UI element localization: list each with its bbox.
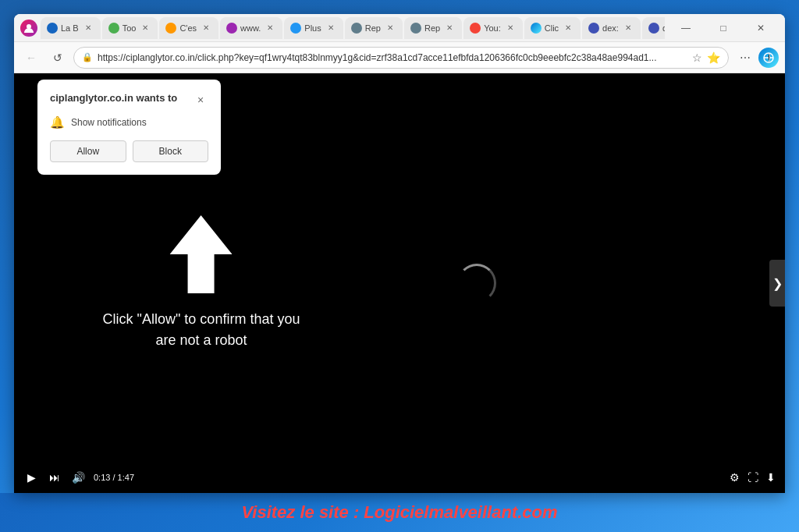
address-bar: ← ↺ 🔒 https://ciplanglytor.co.in/click.p… (14, 42, 785, 73)
tab-7-close[interactable]: ✕ (443, 22, 456, 34)
tab-5-close[interactable]: ✕ (325, 22, 337, 34)
tab-9-title: Clic (545, 23, 559, 33)
lock-icon: 🔒 (82, 52, 93, 62)
notification-popup: ciplanglytor.co.in wants to × 🔔 Show not… (37, 80, 221, 175)
window-controls: — □ ✕ (668, 16, 779, 41)
url-bar[interactable]: 🔒 https://ciplanglytor.co.in/click.php?k… (73, 47, 729, 69)
notification-label: Show notifications (71, 117, 147, 128)
refresh-button[interactable]: ↺ (47, 47, 69, 69)
bell-icon: 🔔 (50, 115, 65, 129)
browser-window: La B ✕ Too ✕ C'es ✕ www. ✕ (14, 14, 785, 493)
taskbar-text: Visitez le site : Logicielmalveillant.co… (241, 502, 557, 523)
tab-9-close[interactable]: ✕ (562, 22, 574, 34)
svg-marker-1 (170, 215, 233, 293)
title-bar: La B ✕ Too ✕ C'es ✕ www. ✕ (14, 14, 785, 42)
popup-title: ciplanglytor.co.in wants to (50, 92, 177, 104)
tab-11-title: dex: (662, 23, 665, 33)
reading-list-icon[interactable]: ⭐ (707, 51, 720, 64)
favorite-icon[interactable]: ☆ (692, 51, 702, 64)
settings-button[interactable]: ⚙ (730, 471, 740, 484)
fullscreen-button[interactable]: ⛶ (748, 471, 758, 484)
tab-7-title: Rep (424, 23, 440, 33)
tab-10-title: dex: (602, 23, 619, 33)
tab-6-title: Rep (365, 23, 381, 33)
popup-header: ciplanglytor.co.in wants to × (50, 92, 208, 108)
tab-5[interactable]: Plus ✕ (284, 17, 343, 39)
volume-button[interactable]: 🔊 (70, 471, 86, 484)
page-content: Click "Allow" to confirm that you are no… (14, 73, 785, 493)
tab-5-title: Plus (304, 23, 321, 33)
tab-1-close[interactable]: ✕ (82, 22, 94, 34)
tab-9[interactable]: Clic ✕ (524, 17, 581, 39)
tab-1-title: La B (61, 23, 79, 33)
popup-buttons: Allow Block (50, 140, 208, 162)
skip-button[interactable]: ⏭ (47, 471, 62, 484)
url-text: https://ciplanglytor.co.in/click.php?key… (98, 52, 687, 63)
popup-close-button[interactable]: × (193, 92, 208, 108)
toolbar-actions: ⋯ (733, 46, 779, 69)
tabs-area: La B ✕ Too ✕ C'es ✕ www. ✕ (41, 17, 665, 39)
play-button[interactable]: ▶ (23, 471, 39, 484)
profile-icon[interactable] (20, 20, 37, 37)
edge-logo[interactable] (758, 48, 779, 68)
tab-6-close[interactable]: ✕ (384, 22, 396, 34)
block-button[interactable]: Block (133, 140, 209, 162)
tab-6[interactable]: Rep ✕ (345, 17, 403, 39)
tab-8[interactable]: You: ✕ (463, 17, 523, 39)
more-tools-button[interactable]: ⋯ (733, 46, 757, 69)
page-center-content: Click "Allow" to confirm that you are no… (103, 215, 300, 351)
tab-3-title: C'es (179, 23, 197, 33)
loading-spinner (457, 264, 496, 303)
tab-2[interactable]: Too ✕ (102, 17, 158, 39)
tab-11[interactable]: dex: ✕ (642, 17, 665, 39)
minimize-button[interactable]: — (668, 16, 704, 41)
video-controls: ▶ ⏭ 🔊 0:13 / 1:47 ⚙ ⛶ ⬇ (14, 462, 785, 493)
tab-3[interactable]: C'es ✕ (159, 17, 218, 39)
arrow-up-icon (170, 215, 233, 293)
tab-4-title: www. (240, 23, 261, 33)
tab-4-close[interactable]: ✕ (264, 22, 276, 34)
tab-8-title: You: (484, 23, 501, 33)
tab-1[interactable]: La B ✕ (41, 17, 101, 39)
close-button[interactable]: ✕ (743, 16, 779, 41)
confirm-text: Click "Allow" to confirm that you are no… (103, 309, 300, 351)
tab-2-close[interactable]: ✕ (139, 22, 151, 34)
side-nav-arrow[interactable]: ❯ (769, 260, 785, 307)
time-display: 0:13 / 1:47 (94, 473, 134, 482)
tab-7[interactable]: Rep ✕ (404, 17, 462, 39)
allow-button[interactable]: Allow (50, 140, 126, 162)
tab-8-close[interactable]: ✕ (504, 22, 517, 34)
maximize-button[interactable]: □ (705, 16, 741, 41)
taskbar: Visitez le site : Logicielmalveillant.co… (0, 493, 799, 532)
tab-3-close[interactable]: ✕ (200, 22, 212, 34)
back-button[interactable]: ← (20, 47, 42, 69)
tab-2-title: Too (123, 23, 137, 33)
tab-10-close[interactable]: ✕ (622, 22, 634, 34)
tab-4[interactable]: www. ✕ (220, 17, 282, 39)
popup-notification-row: 🔔 Show notifications (50, 115, 208, 129)
download-button[interactable]: ⬇ (766, 471, 776, 484)
tab-10[interactable]: dex: ✕ (582, 17, 641, 39)
